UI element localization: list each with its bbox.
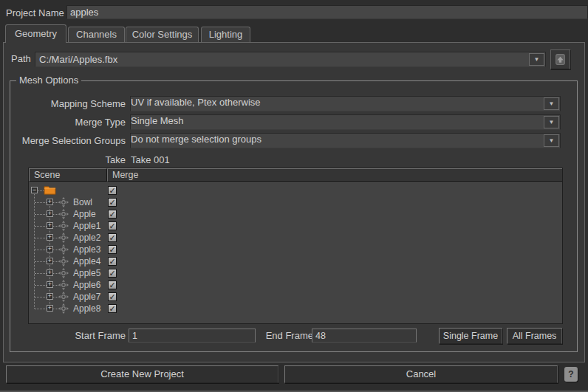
- merge-checkbox[interactable]: ✓: [108, 210, 117, 219]
- tree-connector: [35, 261, 47, 262]
- expand-icon[interactable]: +: [47, 293, 53, 300]
- import-file-button[interactable]: [550, 49, 570, 69]
- tab-color-settings[interactable]: Color Settings: [126, 27, 199, 42]
- tree-connector: [35, 226, 47, 227]
- mesh-transform-icon: [58, 280, 69, 290]
- tree-connector: [35, 250, 47, 250]
- scene-tree-row[interactable]: + Apple ✓: [29, 208, 562, 220]
- merge-selection-groups-dropdown[interactable]: Do not merge selection groups ▼: [130, 133, 561, 148]
- project-name-input[interactable]: [66, 5, 588, 19]
- mesh-transform-icon: [58, 244, 69, 255]
- tree-connector: [38, 190, 44, 191]
- mesh-name: Apple5: [73, 267, 100, 279]
- expand-icon[interactable]: +: [47, 269, 53, 276]
- tree-connector: [35, 297, 47, 298]
- scene-merge-table: Scene Merge − ✓: [28, 168, 563, 324]
- tree-connector: [53, 285, 58, 286]
- mapping-scheme-value: UV if available, Ptex otherwise: [131, 97, 261, 108]
- folder-icon: [44, 185, 56, 195]
- mesh-name: Bowl: [73, 196, 92, 208]
- tab-channels[interactable]: Channels: [68, 27, 125, 42]
- scene-tree: − ✓ +: [29, 182, 562, 323]
- column-header-merge: Merge: [107, 168, 562, 182]
- expand-icon[interactable]: +: [47, 246, 53, 252]
- merge-type-dropdown[interactable]: Single Mesh ▼: [130, 114, 561, 130]
- tab-lighting[interactable]: Lighting: [201, 27, 250, 42]
- scene-tree-row[interactable]: + Bowl ✓: [29, 196, 562, 208]
- mesh-name: Apple2: [73, 232, 100, 244]
- chevron-down-icon[interactable]: ▼: [544, 134, 559, 147]
- tab-geometry[interactable]: Geometry: [5, 24, 66, 43]
- merge-checkbox[interactable]: ✓: [108, 257, 117, 266]
- chevron-down-icon[interactable]: ▼: [529, 53, 544, 66]
- expand-icon[interactable]: +: [47, 199, 53, 205]
- project-name-label: Project Name: [6, 5, 64, 21]
- scene-tree-row[interactable]: + Apple7 ✓: [29, 291, 562, 303]
- create-new-project-button[interactable]: Create New Project: [6, 365, 278, 383]
- tree-connector: [53, 214, 58, 215]
- scene-tree-row[interactable]: + Apple4 ✓: [29, 255, 562, 267]
- chevron-down-icon[interactable]: ▼: [544, 97, 559, 110]
- merge-checkbox[interactable]: ✓: [108, 304, 117, 313]
- collapse-icon[interactable]: −: [31, 187, 38, 193]
- mesh-transform-icon: [58, 256, 69, 267]
- expand-icon[interactable]: +: [47, 305, 53, 312]
- start-frame-label: Start Frame: [10, 328, 126, 343]
- mesh-name: Apple7: [73, 291, 100, 303]
- mesh-name: Apple6: [73, 279, 100, 291]
- end-frame-label: End Frame: [254, 328, 313, 343]
- tree-connector: [35, 285, 47, 286]
- mesh-name: Apple8: [73, 303, 100, 314]
- take-value: Take 001: [131, 152, 170, 168]
- mesh-name: Apple: [73, 208, 96, 220]
- expand-icon[interactable]: +: [47, 258, 53, 264]
- mesh-transform-icon: [58, 268, 69, 278]
- tree-connector: [53, 250, 58, 250]
- merge-type-value: Single Mesh: [131, 115, 184, 126]
- path-label: Path: [11, 51, 31, 66]
- help-button[interactable]: ?: [564, 367, 578, 382]
- merge-checkbox[interactable]: ✓: [108, 186, 117, 195]
- scene-tree-row[interactable]: + Apple1 ✓: [29, 220, 562, 232]
- cancel-button[interactable]: Cancel: [284, 365, 558, 383]
- mesh-name: Apple3: [73, 244, 100, 255]
- merge-checkbox[interactable]: ✓: [108, 221, 117, 230]
- merge-checkbox[interactable]: ✓: [108, 281, 117, 289]
- column-header-scene: Scene: [29, 168, 107, 182]
- merge-checkbox[interactable]: ✓: [108, 269, 117, 278]
- expand-icon[interactable]: +: [47, 210, 53, 217]
- path-dropdown[interactable]: C:/Mari/Apples.fbx ▼: [35, 52, 546, 67]
- mesh-name: Apple1: [73, 220, 100, 232]
- merge-checkbox[interactable]: ✓: [108, 292, 117, 301]
- merge-checkbox[interactable]: ✓: [108, 198, 117, 207]
- scene-tree-row[interactable]: + Apple3 ✓: [29, 244, 562, 255]
- scene-tree-row[interactable]: + Apple5 ✓: [29, 267, 562, 279]
- tree-connector: [53, 202, 58, 203]
- end-frame-input[interactable]: [312, 329, 417, 343]
- expand-icon[interactable]: +: [47, 234, 53, 241]
- take-label: Take: [10, 152, 126, 168]
- expand-icon[interactable]: +: [47, 222, 53, 229]
- scene-tree-row[interactable]: + Apple6 ✓: [29, 279, 562, 291]
- mapping-scheme-dropdown[interactable]: UV if available, Ptex otherwise ▼: [130, 96, 561, 111]
- path-value: C:/Mari/Apples.fbx: [39, 52, 117, 66]
- mesh-transform-icon: [58, 209, 69, 219]
- chevron-down-icon[interactable]: ▼: [544, 116, 559, 128]
- merge-checkbox[interactable]: ✓: [108, 245, 117, 254]
- mesh-options-groupbox: Mesh Options Mapping Scheme UV if availa…: [10, 80, 578, 352]
- single-frame-button[interactable]: Single Frame: [439, 328, 502, 344]
- tree-connector: [53, 261, 58, 262]
- scene-tree-row[interactable]: + Apple2 ✓: [29, 232, 562, 244]
- tree-connector: [53, 238, 58, 238]
- mesh-transform-icon: [58, 303, 69, 314]
- tree-connector: [35, 309, 47, 309]
- scene-tree-row[interactable]: + Apple8 ✓: [29, 303, 562, 314]
- tree-connector: [53, 273, 58, 274]
- tree-connector: [53, 297, 58, 298]
- start-frame-input[interactable]: [129, 329, 256, 343]
- all-frames-button[interactable]: All Frames: [507, 328, 562, 344]
- merge-type-label: Merge Type: [10, 114, 126, 130]
- expand-icon[interactable]: +: [47, 281, 53, 288]
- merge-checkbox[interactable]: ✓: [108, 233, 117, 242]
- scene-tree-root-row[interactable]: − ✓: [29, 185, 562, 196]
